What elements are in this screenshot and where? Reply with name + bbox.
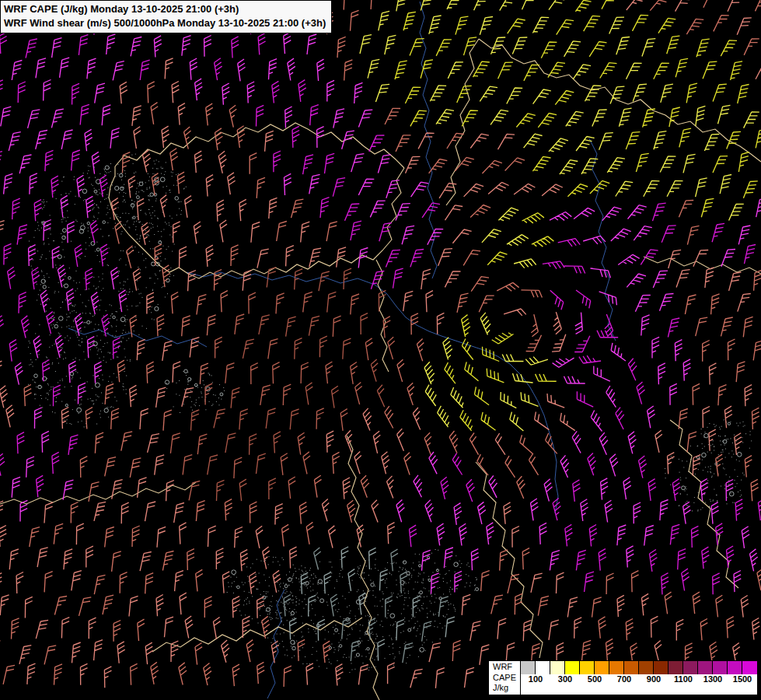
legend-color-cell — [713, 661, 728, 674]
legend-color-cell — [536, 661, 550, 674]
legend-color-cell — [654, 661, 668, 674]
weather-map-screen: WRF CAPE (J/kg) Monday 13-10-2025 21:00 … — [0, 0, 761, 700]
legend-color-cell — [521, 661, 536, 674]
legend-tick-label: 500 — [588, 674, 602, 684]
legend-color-cell — [683, 661, 698, 674]
legend-color-bar — [521, 661, 757, 674]
legend-title-line: J/kg — [493, 683, 516, 694]
legend-tick-labels: 100300500700900110013001500 — [521, 674, 757, 686]
legend-body: 100300500700900110013001500 — [521, 661, 757, 695]
shear-title: WRF Wind shear (m/s) 500/1000hPa Monday … — [4, 16, 326, 30]
legend-color-cell — [550, 661, 565, 674]
legend-color-cell — [609, 661, 624, 674]
legend-color-cell — [565, 661, 580, 674]
map-title-overlay: WRF CAPE (J/kg) Monday 13-10-2025 21:00 … — [0, 0, 332, 33]
legend-tick-label: 700 — [617, 674, 631, 684]
cape-title: WRF CAPE (J/kg) Monday 13-10-2025 21:00 … — [4, 2, 326, 16]
map-canvas — [0, 0, 761, 700]
legend-tick-label: 100 — [529, 674, 543, 684]
legend-color-cell — [580, 661, 595, 674]
legend-tick-label: 300 — [558, 674, 572, 684]
legend-title-line: WRF — [493, 662, 516, 673]
legend-tick-label: 1300 — [703, 674, 722, 684]
cape-legend: WRF CAPE J/kg 10030050070090011001300150… — [488, 660, 758, 695]
legend-color-cell — [742, 661, 757, 674]
legend-title-line: CAPE — [493, 673, 516, 684]
legend-color-cell — [698, 661, 713, 674]
legend-tick-label: 900 — [647, 674, 661, 684]
legend-color-cell — [595, 661, 609, 674]
legend-color-cell — [728, 661, 742, 674]
legend-tick-label: 1500 — [733, 674, 752, 684]
legend-color-cell — [668, 661, 683, 674]
legend-color-cell — [639, 661, 654, 674]
legend-tick-label: 1100 — [674, 674, 693, 684]
legend-title: WRF CAPE J/kg — [489, 661, 521, 695]
legend-color-cell — [624, 661, 639, 674]
